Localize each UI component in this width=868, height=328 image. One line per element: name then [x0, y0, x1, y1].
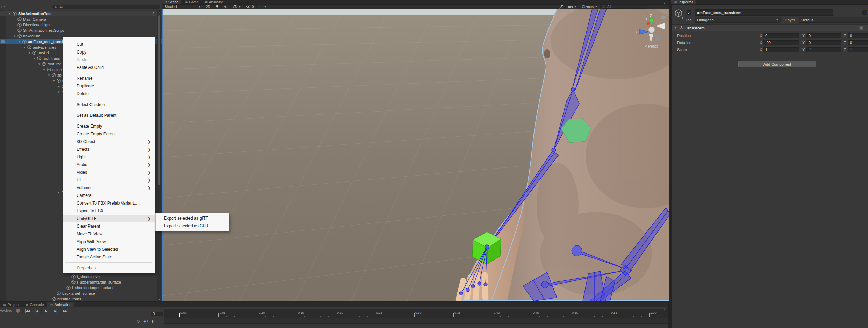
gizmo-x-cone[interactable] [647, 22, 650, 25]
persp-label[interactable]: < Persp [645, 44, 658, 48]
keyframe-icon[interactable]: ◎ [137, 319, 140, 323]
shading-mode-dropdown[interactable]: Shaded ▼ [162, 5, 203, 9]
context-menu-item[interactable]: UI ❯ [63, 176, 155, 184]
value-field-x[interactable]: -90 [763, 40, 799, 45]
record-button[interactable] [14, 308, 23, 314]
context-menu-item[interactable]: Create Empty [63, 122, 155, 130]
context-menu-item[interactable]: Export To FBX... [63, 207, 155, 215]
active-checkbox[interactable]: ✓ [687, 10, 691, 15]
context-menu-item[interactable]: Video ❯ [63, 169, 155, 176]
context-menu-item[interactable]: Toggle Active State [63, 253, 155, 261]
expand-arrow-icon[interactable]: ▼ [57, 91, 60, 94]
tag-dropdown[interactable]: Untagged ▼ [695, 17, 781, 23]
context-menu-item[interactable]: Delete [63, 90, 155, 98]
lighting-toggle[interactable] [213, 5, 222, 9]
layer-dropdown[interactable]: Default [799, 17, 868, 23]
context-menu-item[interactable]: Duplicate [63, 82, 155, 90]
value-field-z[interactable]: 0 [848, 33, 868, 38]
context-menu-item[interactable]: Clear Parent [63, 222, 155, 230]
gizmos-dropdown[interactable]: Gizmos ▼ [579, 5, 600, 9]
preview-toggle[interactable]: Preview [0, 309, 14, 313]
value-field-x[interactable]: 1 [763, 47, 799, 52]
hierarchy-row[interactable]: ▼ SimAnimationTest ⋮ [0, 11, 162, 16]
tab-scene[interactable]: #Scene [162, 0, 181, 4]
context-menu-item[interactable]: 3D Object ❯ [63, 138, 155, 145]
context-menu-item[interactable]: Paste As Child [63, 64, 155, 71]
expand-arrow-icon[interactable]: ▼ [18, 40, 21, 43]
expand-arrow-icon[interactable]: ▼ [8, 12, 12, 15]
tab-inspector[interactable]: ◉ Inspector [671, 0, 696, 4]
help-icon[interactable]: ? [859, 26, 863, 30]
2d-toggle[interactable]: 2D [203, 5, 213, 9]
static-checkbox[interactable] [862, 10, 867, 15]
expand-arrow-icon[interactable]: ▼ [57, 191, 60, 194]
value-field-x[interactable]: 0 [763, 33, 799, 38]
scene-search-input[interactable]: All [600, 5, 648, 9]
scene-tools-button[interactable] [557, 5, 566, 9]
hidden-objects-toggle[interactable]: 0 [244, 5, 257, 9]
value-field-z[interactable]: 1 [848, 47, 868, 52]
keyframe-icon[interactable]: ◆+ [144, 319, 149, 323]
bottom-tab[interactable]: ≣ Console [23, 302, 47, 307]
animation-window-menu[interactable]: ⋮ [662, 309, 666, 313]
context-menu-item[interactable]: Audio ❯ [63, 161, 155, 169]
hierarchy-scrollbar-thumb[interactable] [158, 15, 160, 185]
dopesheet-area[interactable] [164, 318, 668, 328]
context-menu-item[interactable]: UnityGLTF ❯ [63, 215, 155, 222]
transport-button[interactable]: ▶ [42, 308, 51, 314]
submenu-item[interactable]: Export selected as GLB [156, 222, 229, 230]
scene-row-menu-icon[interactable]: ⋮ [152, 12, 156, 16]
transport-button[interactable]: |◀◀ [23, 308, 32, 314]
hierarchy-row[interactable]: Main Camera [0, 16, 162, 22]
expand-arrow-icon[interactable]: ▼ [13, 35, 16, 38]
value-field-y[interactable]: 0 [806, 40, 841, 45]
hierarchy-row[interactable]: l_upperarmtarget_surface [0, 279, 162, 285]
timeline-ruler[interactable]: 0:000:050:100:150:200:250:300:350:400:45… [164, 309, 668, 318]
expand-arrow-icon[interactable]: ▼ [52, 79, 56, 83]
context-menu-item[interactable]: Cut [63, 41, 155, 48]
scroll-down-icon[interactable]: ▼ [157, 298, 161, 301]
context-menu-item[interactable]: Effects ❯ [63, 145, 155, 153]
value-field-y[interactable]: -1 [806, 47, 841, 52]
hierarchy-scrollbar[interactable]: ▲ ▼ [157, 10, 161, 301]
bottom-tab[interactable]: ◷ Animation [47, 302, 75, 307]
scene-window-menu[interactable]: ⋮ [663, 0, 666, 5]
context-menu-item[interactable]: Move To View [63, 230, 155, 238]
expand-arrow-icon[interactable]: ▶ [57, 85, 60, 88]
expand-arrow-icon[interactable]: ▼ [37, 63, 41, 66]
grid-dropdown[interactable]: ▼ [257, 5, 269, 9]
hierarchy-row[interactable]: SimAnimationTestScript [0, 28, 162, 33]
expand-arrow-icon[interactable]: ▼ [33, 57, 36, 60]
transport-button[interactable]: |◀ [32, 308, 42, 314]
context-menu-item[interactable]: Align With View [63, 238, 155, 245]
transport-button[interactable]: ▶| [51, 308, 60, 314]
submenu-item[interactable]: Export selected as glTF [156, 214, 229, 222]
context-menu-item[interactable]: Convert To FBX Prefab Variant... [63, 199, 155, 207]
gizmo-center-ball[interactable] [649, 27, 655, 33]
value-field-y[interactable]: 0 [806, 33, 841, 38]
hierarchy-row[interactable]: backtarget_surface [0, 291, 162, 296]
context-menu-item[interactable]: Rename [63, 74, 155, 82]
expand-arrow-icon[interactable]: ▼ [28, 51, 31, 55]
context-menu-item[interactable]: Paste [63, 56, 155, 64]
context-menu-item[interactable]: Create Empty Parent [63, 130, 155, 138]
tab-animator[interactable]: ⇄Animator [202, 0, 226, 4]
context-menu-item[interactable]: Camera [63, 192, 155, 199]
context-menu-item[interactable]: Light ❯ [63, 153, 155, 161]
gameobject-big-icon[interactable] [674, 9, 683, 17]
scene-viewport[interactable]: y x z < Persp [162, 9, 669, 301]
context-menu-item[interactable]: Copy [63, 48, 155, 56]
expand-arrow-icon[interactable]: ▼ [47, 74, 51, 77]
hierarchy-row[interactable]: Directional Light [0, 22, 162, 28]
expand-arrow-icon[interactable]: ▼ [42, 68, 46, 71]
transform-component-header[interactable]: ▼ Transform ? [672, 24, 868, 31]
effects-dropdown[interactable]: ▼ [231, 5, 244, 9]
tab-game[interactable]: ▣Game [181, 0, 202, 4]
context-menu-item[interactable]: Align View to Selected [63, 245, 155, 253]
expand-arrow-icon[interactable]: ▼ [23, 46, 26, 49]
hierarchy-row[interactable]: breathe_trans [0, 296, 162, 302]
pick-cursor-icon[interactable] [1, 40, 5, 43]
gameobject-name-field[interactable]: amFace_cres_transform [695, 9, 833, 16]
keyframe-icon[interactable]: ▮+ [152, 319, 156, 323]
add-component-button[interactable]: Add Component [738, 61, 816, 67]
